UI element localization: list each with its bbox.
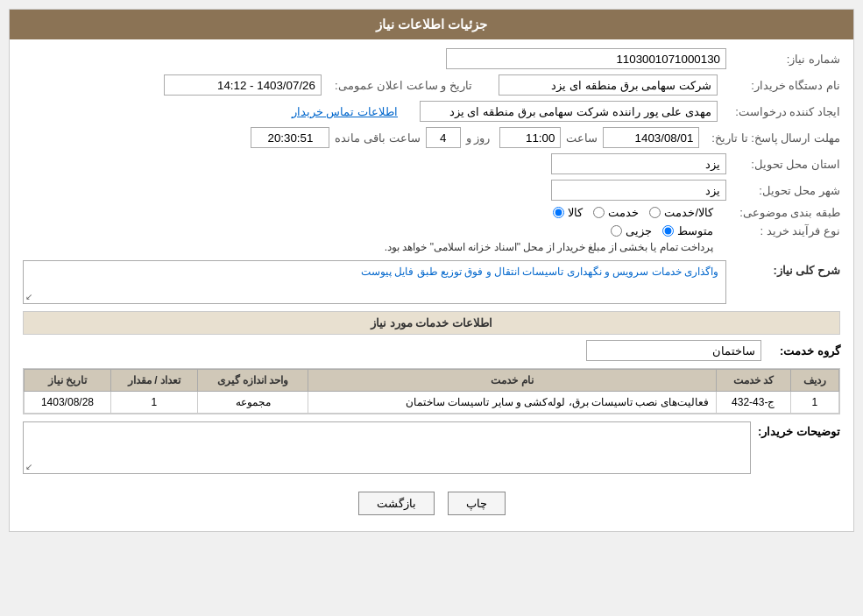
deadline-days-label: روز و — [466, 131, 491, 145]
deadline-label: مهلت ارسال پاسخ: تا تاریخ: — [704, 131, 840, 145]
process-option-minor[interactable]: جزیی — [611, 224, 652, 237]
category-goods-service-radio[interactable] — [649, 207, 661, 218]
page-title: جزئیات اطلاعات نیاز — [10, 10, 853, 39]
description-value: واگذاری خدمات سرویس و نگهداری تاسیسات ان… — [361, 266, 718, 278]
category-goods-radio[interactable] — [553, 207, 564, 218]
buyer-org-datetime-row: نام دستگاه خریدار: تاریخ و ساعت اعلان عم… — [23, 74, 840, 96]
category-service-label: خدمت — [608, 206, 639, 219]
city-label: شهر محل تحویل: — [726, 184, 840, 197]
main-container: جزئیات اطلاعات نیاز شماره نیاز: نام دستگ… — [9, 9, 854, 532]
cell-date: 1403/08/28 — [25, 392, 111, 414]
deadline-remaining-label: ساعت باقی مانده — [335, 131, 420, 145]
service-group-label: گروه خدمت: — [761, 344, 840, 358]
deadline-remaining-input[interactable] — [251, 127, 329, 148]
deadline-days-input[interactable] — [426, 127, 461, 148]
buyer-notes-label: توضیحات خریدار: — [751, 421, 840, 438]
col-date-header: تاریخ نیاز — [25, 370, 111, 392]
creator-label: ایجاد کننده درخواست: — [726, 105, 840, 118]
cell-name: فعالیت‌های نصب تاسیسات برق، لوله‌کشی و س… — [308, 392, 716, 414]
process-label: نوع فرآیند خرید : — [726, 224, 840, 237]
province-row: استان محل تحویل: — [23, 153, 840, 174]
deadline-date-input[interactable] — [603, 127, 699, 148]
process-option-medium[interactable]: متوسط — [662, 224, 713, 237]
page-wrapper: جزئیات اطلاعات نیاز شماره نیاز: نام دستگ… — [0, 0, 863, 616]
need-number-label: شماره نیاز: — [726, 53, 840, 66]
contact-link[interactable]: اطلاعات تماس خریدار — [292, 105, 398, 118]
creator-row: ایجاد کننده درخواست: اطلاعات تماس خریدار — [23, 101, 840, 122]
col-qty-header: تعداد / مقدار — [110, 370, 197, 392]
process-minor-label: جزیی — [626, 224, 652, 237]
process-minor-radio[interactable] — [611, 225, 622, 237]
category-option-service[interactable]: خدمت — [593, 206, 639, 219]
process-radio-group: متوسط جزیی — [385, 224, 713, 237]
category-goods-service-label: کالا/خدمت — [664, 206, 713, 219]
process-row: نوع فرآیند خرید : متوسط جزیی پرداخت تمام… — [23, 224, 840, 253]
back-button[interactable]: بازگشت — [358, 492, 435, 515]
cell-unit: مجموعه — [197, 392, 308, 414]
deadline-time-input[interactable] — [499, 127, 561, 148]
process-medium-label: متوسط — [677, 224, 713, 237]
category-option-goods[interactable]: کالا — [553, 206, 583, 219]
announce-datetime-input[interactable] — [164, 74, 322, 96]
province-label: استان محل تحویل: — [726, 158, 840, 171]
need-number-input[interactable] — [446, 48, 726, 69]
description-section: شرح کلی نیاز: واگذاری خدمات سرویس و نگهد… — [23, 260, 840, 304]
service-group-row: گروه خدمت: — [23, 340, 840, 361]
services-table: ردیف کد خدمت نام خدمت واحد اندازه گیری ت… — [24, 369, 839, 414]
creator-input[interactable] — [420, 101, 718, 122]
city-input[interactable] — [551, 180, 726, 201]
cell-row: 1 — [790, 392, 838, 414]
province-input[interactable] — [551, 153, 726, 174]
category-option-goods-service[interactable]: کالا/خدمت — [649, 206, 713, 219]
description-text: واگذاری خدمات سرویس و نگهداری تاسیسات ان… — [23, 260, 726, 304]
category-radio-group: کالا/خدمت خدمت کالا — [553, 206, 713, 219]
category-row: طبقه بندی موضوعی: کالا/خدمت خدمت کالا — [23, 206, 840, 219]
buyer-org-label: نام دستگاه خریدار: — [726, 79, 840, 92]
need-number-row: شماره نیاز: — [23, 48, 840, 69]
header-title: جزئیات اطلاعات نیاز — [376, 17, 487, 32]
col-row-header: ردیف — [790, 370, 838, 392]
deadline-time-label: ساعت — [566, 131, 598, 145]
description-label: شرح کلی نیاز: — [726, 260, 840, 277]
table-row: 1 ج-43-432 فعالیت‌های نصب تاسیسات برق، ل… — [25, 392, 839, 414]
cell-qty: 1 — [110, 392, 197, 414]
city-row: شهر محل تحویل: — [23, 180, 840, 201]
category-label: طبقه بندی موضوعی: — [726, 206, 840, 219]
category-goods-label: کالا — [568, 206, 583, 219]
process-note: پرداخت تمام یا بخشی از مبلغ خریدار از مح… — [385, 241, 713, 253]
service-group-input[interactable] — [586, 340, 761, 361]
buyer-notes-box — [23, 421, 751, 474]
buttons-row: چاپ بازگشت — [23, 481, 840, 522]
process-medium-radio[interactable] — [662, 225, 674, 237]
deadline-row: مهلت ارسال پاسخ: تا تاریخ: ساعت روز و سا… — [23, 127, 840, 148]
col-unit-header: واحد اندازه گیری — [197, 370, 308, 392]
content-area: شماره نیاز: نام دستگاه خریدار: تاریخ و س… — [10, 39, 853, 531]
cell-code: ج-43-432 — [716, 392, 790, 414]
service-info-header: اطلاعات خدمات مورد نیاز — [23, 311, 840, 335]
category-service-radio[interactable] — [593, 207, 605, 218]
services-table-container: ردیف کد خدمت نام خدمت واحد اندازه گیری ت… — [23, 368, 840, 414]
buyer-notes-section: توضیحات خریدار: — [23, 421, 840, 474]
announce-datetime-label: تاریخ و ساعت اعلان عمومی: — [335, 79, 472, 92]
print-button[interactable]: چاپ — [448, 492, 506, 515]
buyer-org-input[interactable] — [499, 74, 718, 96]
col-code-header: کد خدمت — [716, 370, 790, 392]
col-name-header: نام خدمت — [308, 370, 716, 392]
